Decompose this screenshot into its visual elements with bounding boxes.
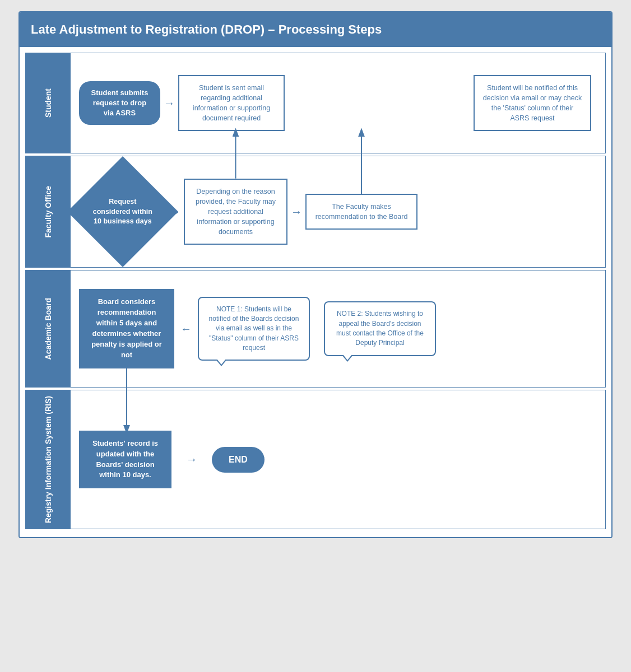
faculty-info-text: Depending on the reason provided, the Fa…: [184, 179, 287, 245]
student-submit-text: Student submits request to drop via ASRS: [79, 81, 160, 125]
student-email-text: Student is sent email regarding addition…: [178, 75, 285, 132]
faculty-info-box: Depending on the reason provided, the Fa…: [184, 179, 287, 245]
faculty-lane-label-wrapper: Faculty Office: [26, 156, 71, 267]
faculty-recommend-text: The Faculty makes recommendation to the …: [305, 194, 417, 230]
student-lane-content: Student submits request to drop via ASRS…: [71, 53, 605, 153]
student-lane-label-wrapper: Student: [26, 53, 71, 153]
arrow-ris-1: →: [186, 453, 197, 466]
student-notify-box: Student will be notified of this decisio…: [474, 75, 591, 132]
student-lane: Student Student submits request to drop …: [25, 53, 606, 153]
board-note2-box: NOTE 2: Students wishing to appeal the B…: [324, 301, 436, 356]
arrow-student-1-2: →: [164, 97, 175, 110]
ris-record-box: Students' record is updated with the Boa…: [79, 431, 171, 488]
board-note2-text: NOTE 2: Students wishing to appeal the B…: [324, 301, 436, 356]
board-lane: Academic Board Board considers recommend…: [25, 270, 606, 388]
student-notify-text: Student will be notified of this decisio…: [474, 75, 591, 132]
board-note1-box: NOTE 1: Students will be notified of the…: [198, 297, 310, 361]
faculty-recommend-box: The Faculty makes recommendation to the …: [305, 194, 417, 230]
arrow-board-left: ←: [180, 323, 192, 335]
flow-area: Student Student submits request to drop …: [20, 47, 611, 537]
student-lane-label: Student: [43, 88, 53, 118]
faculty-lane-label: Faculty Office: [43, 186, 53, 238]
end-oval-wrapper: END: [212, 447, 265, 473]
student-email-box: Student is sent email regarding addition…: [178, 75, 285, 132]
faculty-diamond-wrapper: Request considered within 10 business da…: [79, 169, 166, 255]
faculty-diamond: Request considered within 10 business da…: [67, 156, 178, 267]
student-submit-box: Student submits request to drop via ASRS: [79, 81, 160, 125]
ris-lane-content: Students' record is updated with the Boa…: [71, 390, 605, 529]
ris-lane: Registry Information System (RIS) Studen…: [25, 390, 606, 529]
board-decision-text: Board considers recommendation within 5 …: [79, 289, 174, 368]
ris-lane-label: Registry Information System (RIS): [43, 396, 53, 523]
main-container: Late Adjustment to Registration (DROP) –…: [18, 11, 613, 538]
ris-lane-label-wrapper: Registry Information System (RIS): [26, 390, 71, 529]
faculty-lane-content: Request considered within 10 business da…: [71, 156, 605, 267]
ris-record-text: Students' record is updated with the Boa…: [79, 431, 171, 488]
board-note1-text: NOTE 1: Students will be notified of the…: [198, 297, 310, 361]
faculty-diamond-text: Request considered within 10 business da…: [86, 192, 159, 232]
board-lane-content: Board considers recommendation within 5 …: [71, 270, 605, 387]
arrow-faculty-2: →: [291, 206, 302, 218]
page-title: Late Adjustment to Registration (DROP) –…: [20, 12, 611, 47]
end-oval: END: [212, 447, 265, 473]
faculty-lane: Faculty Office Request considered within…: [25, 156, 606, 268]
board-lane-label-wrapper: Academic Board: [26, 270, 71, 387]
board-decision-box: Board considers recommendation within 5 …: [79, 289, 174, 368]
board-lane-label: Academic Board: [43, 298, 53, 360]
